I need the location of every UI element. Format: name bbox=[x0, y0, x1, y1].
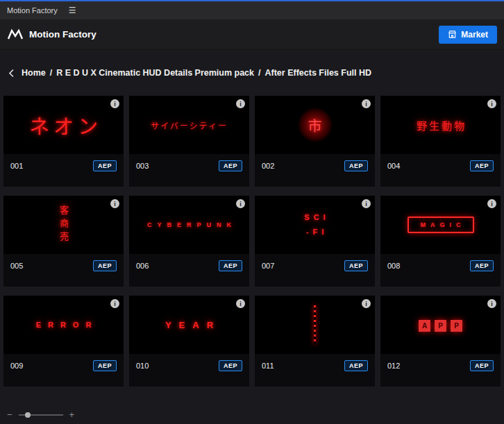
breadcrumb-items: Home/R E D U X Cinematic HUD Details Pre… bbox=[22, 68, 371, 78]
zoom-control: − + bbox=[0, 410, 81, 419]
app-header: Motion Factory Market bbox=[0, 19, 504, 50]
asset-thumbnail[interactable]: CYBERPUNK i bbox=[129, 196, 249, 254]
asset-id: 005 bbox=[10, 262, 23, 270]
asset-card[interactable]: SCI -FI i 007 AEP bbox=[255, 196, 375, 287]
asset-id: 007 bbox=[262, 262, 274, 270]
thumbnail-preview-text: MAGIC bbox=[408, 217, 474, 233]
asset-card[interactable]: ERROR i 009 AEP bbox=[3, 296, 124, 387]
panel-title: Motion Factory bbox=[7, 6, 58, 15]
aep-badge: AEP bbox=[344, 160, 368, 171]
info-icon[interactable]: i bbox=[362, 99, 371, 108]
asset-thumbnail[interactable]: MAGIC i bbox=[380, 196, 501, 254]
asset-card[interactable]: CYBERPUNK i 006 AEP bbox=[129, 196, 249, 287]
asset-id: 004 bbox=[387, 162, 400, 170]
info-icon-glyph: i bbox=[240, 101, 242, 108]
zoom-out-button[interactable]: − bbox=[7, 410, 12, 419]
breadcrumb-separator: / bbox=[258, 68, 260, 78]
asset-card[interactable]: 市 i 002 AEP bbox=[255, 96, 375, 187]
asset-thumbnail[interactable]: SCI -FI i bbox=[255, 196, 375, 254]
thumbnail-preview-text: YEAR bbox=[158, 320, 221, 330]
asset-card[interactable]: 野生動物 i 004 AEP bbox=[380, 96, 501, 187]
asset-thumbnail[interactable]: i bbox=[255, 296, 375, 354]
info-icon[interactable]: i bbox=[110, 99, 119, 108]
asset-card[interactable]: サイバーシティー i 003 AEP bbox=[129, 96, 249, 187]
asset-meta-row: 011 AEP bbox=[255, 354, 375, 378]
hamburger-menu-icon[interactable]: ☰ bbox=[69, 6, 76, 15]
asset-thumbnail[interactable]: ネオン i bbox=[3, 96, 124, 154]
breadcrumb-item[interactable]: Home bbox=[22, 68, 46, 78]
info-icon-glyph: i bbox=[491, 201, 493, 207]
asset-thumbnail[interactable]: 野生動物 i bbox=[380, 96, 501, 154]
asset-card[interactable]: ネオン i 001 AEP bbox=[3, 96, 124, 187]
aep-badge: AEP bbox=[344, 260, 368, 271]
breadcrumb-separator: / bbox=[50, 68, 52, 78]
back-chevron-icon[interactable] bbox=[8, 69, 15, 78]
thumbnail-preview-text: ERROR bbox=[29, 321, 99, 329]
aep-badge: AEP bbox=[93, 160, 117, 171]
aep-badge: AEP bbox=[219, 260, 242, 271]
asset-card[interactable]: i 011 AEP bbox=[255, 296, 375, 387]
info-icon-glyph: i bbox=[114, 101, 116, 108]
asset-meta-row: 005 AEP bbox=[3, 254, 124, 278]
info-icon-glyph: i bbox=[365, 300, 367, 307]
asset-meta-row: 004 AEP bbox=[380, 154, 501, 178]
info-icon[interactable]: i bbox=[362, 299, 371, 308]
thumbnail-preview-text: 野生動物 bbox=[414, 118, 467, 133]
assets-grid: ネオン i 001 AEP サイバーシティー i 003 AEP 市 i 002… bbox=[0, 96, 504, 387]
info-icon-glyph: i bbox=[365, 201, 367, 207]
asset-thumbnail[interactable]: YEAR i bbox=[129, 296, 249, 354]
aep-badge: AEP bbox=[470, 360, 494, 371]
info-icon[interactable]: i bbox=[236, 299, 245, 308]
letter-box: P bbox=[451, 320, 462, 332]
asset-id: 003 bbox=[136, 162, 149, 170]
info-icon[interactable]: i bbox=[110, 199, 119, 208]
asset-thumbnail[interactable]: サイバーシティー i bbox=[129, 96, 249, 154]
info-icon[interactable]: i bbox=[487, 99, 496, 108]
thumbnail-preview-text: 市 bbox=[298, 108, 333, 142]
thumbnail-preview-text: サイバーシティー bbox=[151, 119, 228, 131]
asset-card[interactable]: APP i 012 AEP bbox=[380, 296, 501, 387]
letter-box: A bbox=[419, 320, 430, 332]
asset-id: 010 bbox=[136, 362, 149, 370]
info-icon[interactable]: i bbox=[236, 199, 245, 208]
market-button-label: Market bbox=[461, 30, 488, 40]
asset-thumbnail[interactable]: ERROR i bbox=[3, 296, 124, 354]
panel-titlebar: Motion Factory ☰ bbox=[0, 1, 504, 19]
asset-card[interactable]: MAGIC i 008 AEP bbox=[380, 196, 501, 287]
asset-meta-row: 001 AEP bbox=[3, 154, 124, 178]
asset-id: 011 bbox=[262, 362, 274, 370]
info-icon[interactable]: i bbox=[110, 299, 119, 308]
info-icon-glyph: i bbox=[491, 101, 493, 108]
asset-meta-row: 010 AEP bbox=[129, 354, 249, 378]
asset-card[interactable]: 客商売 i 005 AEP bbox=[3, 196, 124, 287]
asset-meta-row: 002 AEP bbox=[255, 154, 375, 178]
zoom-in-button[interactable]: + bbox=[69, 410, 75, 419]
zoom-slider-handle[interactable] bbox=[25, 412, 31, 418]
breadcrumb-item[interactable]: After Effects Files Full HD bbox=[265, 68, 372, 78]
aep-badge: AEP bbox=[93, 260, 117, 271]
asset-card[interactable]: YEAR i 010 AEP bbox=[129, 296, 249, 387]
asset-id: 009 bbox=[10, 362, 23, 370]
asset-thumbnail[interactable]: 市 i bbox=[255, 96, 375, 154]
aep-badge: AEP bbox=[344, 360, 368, 371]
asset-meta-row: 007 AEP bbox=[255, 254, 375, 278]
asset-meta-row: 008 AEP bbox=[380, 254, 501, 278]
thumbnail-preview-text bbox=[314, 305, 316, 344]
market-button[interactable]: Market bbox=[439, 26, 497, 44]
asset-meta-row: 006 AEP bbox=[129, 254, 249, 278]
info-icon-glyph: i bbox=[491, 300, 493, 307]
aep-badge: AEP bbox=[219, 160, 242, 171]
motion-factory-logo-icon bbox=[7, 28, 24, 42]
breadcrumb-item[interactable]: R E D U X Cinematic HUD Details Premium … bbox=[56, 68, 254, 78]
thumbnail-preview-text: SCI -FI bbox=[300, 210, 329, 239]
info-icon-glyph: i bbox=[240, 300, 242, 307]
asset-thumbnail[interactable]: APP i bbox=[380, 296, 501, 354]
asset-meta-row: 009 AEP bbox=[3, 354, 124, 378]
asset-id: 008 bbox=[387, 262, 400, 270]
info-icon[interactable]: i bbox=[236, 99, 245, 108]
info-icon[interactable]: i bbox=[487, 199, 496, 208]
info-icon[interactable]: i bbox=[487, 299, 496, 308]
asset-thumbnail[interactable]: 客商売 i bbox=[3, 196, 124, 254]
zoom-slider-track[interactable] bbox=[19, 414, 63, 416]
info-icon[interactable]: i bbox=[362, 199, 371, 208]
